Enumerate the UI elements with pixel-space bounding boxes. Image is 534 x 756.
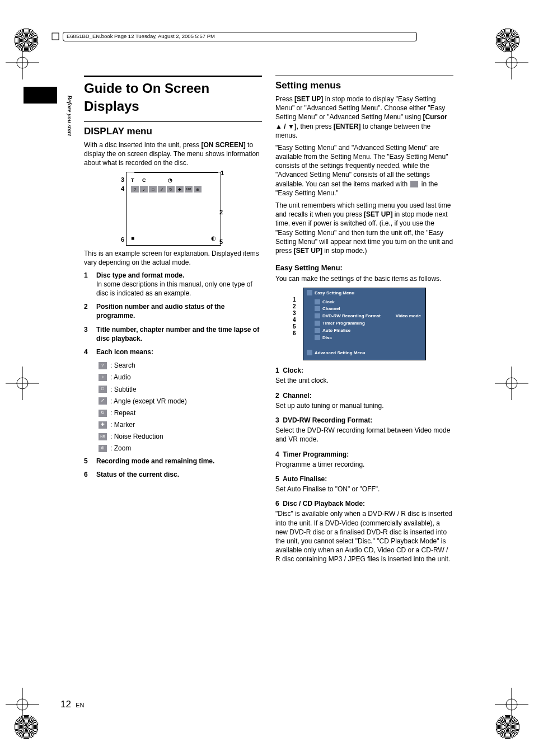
nr-icon: NR <box>99 433 107 440</box>
page-footer: 12 EN <box>60 698 85 711</box>
legend-label: : Search <box>110 361 135 370</box>
advanced-icon <box>307 350 312 355</box>
easy-menu-wrapper: 1 2 3 4 5 6 Easy Setting Menu Clock Chan… <box>299 288 429 360</box>
clock-icon: ◔ <box>168 177 172 184</box>
callout-3: 3 <box>293 310 296 317</box>
search-icon: ? <box>131 186 139 192</box>
callout-6: 6 <box>121 236 124 244</box>
def-heading-6: 6 Disc / CD Playback Mode: <box>275 499 453 508</box>
disc-icon <box>315 335 320 340</box>
subtitle-icon: □ <box>99 386 107 393</box>
registration-mark-icon <box>495 688 528 721</box>
legend-item: ♪: Audio <box>99 373 262 382</box>
nr-icon: NR <box>185 186 193 192</box>
repeat-icon: ↻ <box>167 186 175 192</box>
list-item: 3Title number, chapter number and the ti… <box>84 325 262 343</box>
legend-item: ⊕: Zoom <box>99 444 262 453</box>
column-left: Guide to On Screen Displays DISPLAY menu… <box>84 76 262 567</box>
legend-item: ⤢: Angle (except VR mode) <box>99 397 262 406</box>
audio-icon: ♪ <box>99 374 107 381</box>
callout-3: 3 <box>121 176 124 184</box>
osd-icon-row: ? ♪ □ ⤢ ↻ ✚ NR ⊕ <box>131 186 202 192</box>
list-item: 5Recording mode and remaining time. <box>84 457 262 466</box>
callout-2: 2 <box>219 208 223 217</box>
setting-p2: "Easy Setting Menu" and "Advanced Settin… <box>275 143 453 198</box>
section-label: Before you start <box>65 95 74 136</box>
easy-item-dvdrw: DVD-RW Recording FormatVideo mode <box>315 313 422 320</box>
def-body-4: Programme a timer recording. <box>275 460 453 469</box>
osd-diagram: 1 2 3 4 5 6 T C ◔ ? ♪ □ ⤢ ↻ ✚ NR <box>126 172 220 246</box>
callout-5: 5 <box>219 238 223 246</box>
section-tab <box>24 87 57 104</box>
easy-advanced-row: Advanced Setting Menu <box>303 346 425 360</box>
item-num: 6 <box>84 470 91 479</box>
key-on-screen: [ON SCREEN] <box>201 141 245 149</box>
easy-item-disc: Disc <box>315 335 422 342</box>
print-header-text: E6851BD_EN.book Page 12 Tuesday, August … <box>63 32 417 41</box>
item-body: Recording mode and remaining time. <box>96 457 262 466</box>
item-num: 5 <box>84 457 91 466</box>
display-intro: With a disc inserted into the unit, pres… <box>84 140 262 168</box>
callout-1: 1 <box>293 297 296 303</box>
def-heading-5: 5 Auto Finalise: <box>275 475 453 483</box>
item-body: Title number, chapter number and the tim… <box>96 325 262 343</box>
list-item: 6Status of the current disc. <box>84 470 262 479</box>
legend-label: : Repeat <box>110 408 135 417</box>
display-item-list: 1Disc type and format mode.In some descr… <box>84 271 262 357</box>
book-icon <box>51 32 59 40</box>
key-setup: [SET UP] <box>294 95 323 103</box>
easy-item-channel: Channel <box>315 306 422 313</box>
content-columns: Guide to On Screen Displays DISPLAY menu… <box>84 76 453 567</box>
repeat-icon: ↻ <box>99 410 107 417</box>
def-body-6: "Disc" is available only when a DVD-RW /… <box>275 509 453 564</box>
easy-menu-title: Easy Setting Menu <box>303 288 425 298</box>
item-num: 4 <box>84 348 91 356</box>
angle-icon: ⤢ <box>99 397 107 405</box>
legend-label: : Angle (except VR mode) <box>110 397 187 406</box>
registration-mark-icon <box>495 46 528 79</box>
heading-setting-menus: Setting menus <box>275 79 453 92</box>
timer-icon <box>315 321 320 326</box>
heading-guide: Guide to On Screen Displays <box>84 79 262 116</box>
legend-item: □: Subtitle <box>99 385 262 394</box>
callout-4: 4 <box>121 185 124 193</box>
osd-caption: This is an example screen for explanatio… <box>84 249 262 267</box>
easy-menu-items: Clock Channel DVD-RW Recording FormatVid… <box>303 298 425 346</box>
rule <box>84 76 262 77</box>
easy-item-timer: Timer Programming <box>315 320 422 327</box>
registration-mark-icon <box>495 367 528 400</box>
audio-icon: ♪ <box>140 186 148 192</box>
setting-p3: The unit remembers which setting menu yo… <box>275 201 453 255</box>
callout-6: 6 <box>293 330 296 337</box>
def-heading-1: 1 Clock: <box>275 366 453 375</box>
angle-icon: ⤢ <box>158 186 166 192</box>
channel-icon <box>315 306 320 311</box>
column-right: Setting menus Press [SET UP] in stop mod… <box>275 76 453 567</box>
def-heading-4: 4 Timer Programming: <box>275 450 453 459</box>
rule <box>84 121 262 122</box>
legend-item: ?: Search <box>99 361 262 370</box>
callout-1: 1 <box>221 169 224 177</box>
registration-mark-icon <box>6 367 39 400</box>
list-item: 4Each icon means: <box>84 348 262 356</box>
page-root: E6851BD_EN.book Page 12 Tuesday, August … <box>0 0 534 756</box>
menu-title-icon <box>307 290 312 295</box>
osd-screen: 1 2 3 4 5 6 T C ◔ ? ♪ □ ⤢ ↻ ✚ NR <box>126 172 221 246</box>
item-body: Position number and audio status of the … <box>96 302 262 320</box>
item-body: Disc type and format mode.In some descri… <box>96 271 262 298</box>
item-num: 1 <box>84 271 91 298</box>
leader-line <box>134 172 218 173</box>
def-body-2: Set up auto tuning or manual tuning. <box>275 401 453 410</box>
setting-p1: Press [SET UP] in stop mode to display "… <box>275 95 453 140</box>
key-setup: [SET UP] <box>364 210 392 218</box>
easy-mark-icon <box>410 181 418 187</box>
callout-2: 2 <box>293 303 296 310</box>
search-icon: ? <box>99 362 107 369</box>
zoom-icon: ⊕ <box>99 445 107 452</box>
item-num: 2 <box>84 302 91 320</box>
def-body-5: Set Auto Finalise to "ON" or "OFF". <box>275 485 453 494</box>
marker-icon: ✚ <box>176 186 184 192</box>
legend-label: : Marker <box>110 420 135 429</box>
stop-icon: ■ <box>131 234 134 242</box>
marker-icon: ✚ <box>99 421 107 429</box>
